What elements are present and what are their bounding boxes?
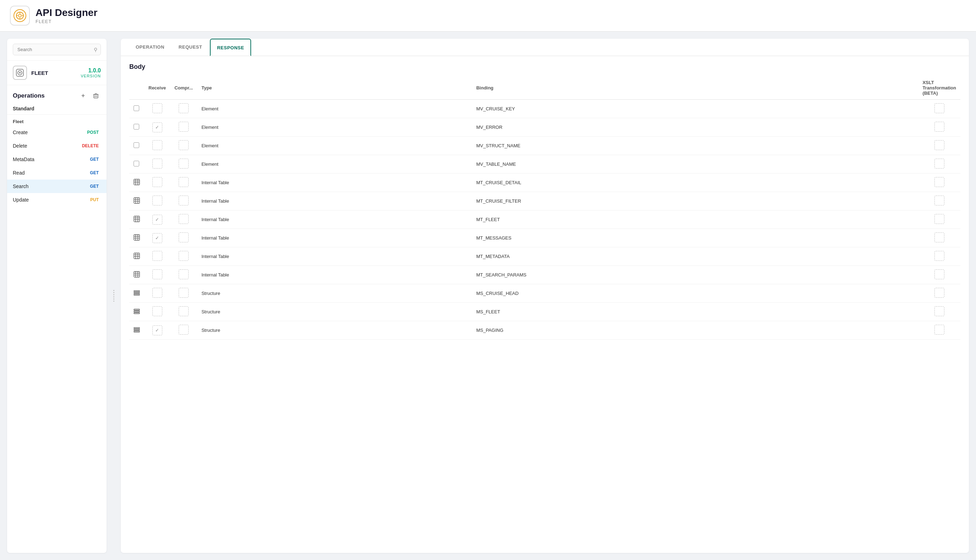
compress-box-5[interactable] [179, 195, 189, 205]
xslt-box-5[interactable] [934, 195, 944, 205]
compress-box-6[interactable] [179, 214, 189, 224]
compress-box-11[interactable] [179, 306, 189, 316]
compress-box-4[interactable] [179, 177, 189, 187]
receive-check-1[interactable]: ✓ [152, 122, 162, 132]
compress-box-8[interactable] [179, 251, 189, 261]
receive-box-0[interactable] [152, 103, 162, 113]
receive-cell-0[interactable] [144, 100, 170, 118]
receive-box-4[interactable] [152, 177, 162, 187]
receive-cell-1[interactable]: ✓ [144, 118, 170, 137]
xslt-cell-3[interactable] [918, 155, 960, 173]
receive-cell-9[interactable] [144, 266, 170, 284]
compress-cell-1[interactable] [170, 118, 197, 137]
receive-box-5[interactable] [152, 195, 162, 205]
xslt-cell-0[interactable] [918, 100, 960, 118]
receive-check-7[interactable]: ✓ [152, 233, 162, 243]
compress-box-0[interactable] [179, 103, 189, 113]
compress-cell-0[interactable] [170, 100, 197, 118]
xslt-box-3[interactable] [934, 158, 944, 168]
receive-box-10[interactable] [152, 288, 162, 298]
compress-cell-12[interactable] [170, 321, 197, 340]
compress-cell-9[interactable] [170, 266, 197, 284]
compress-cell-5[interactable] [170, 192, 197, 210]
receive-cell-3[interactable] [144, 155, 170, 173]
row-icon-3[interactable] [129, 155, 144, 173]
receive-cell-7[interactable]: ✓ [144, 229, 170, 247]
xslt-cell-10[interactable] [918, 284, 960, 303]
xslt-box-4[interactable] [934, 177, 944, 187]
op-item-metadata[interactable]: MetaData GET [7, 153, 107, 166]
op-item-read[interactable]: Read GET [7, 166, 107, 180]
receive-cell-10[interactable] [144, 284, 170, 303]
compress-cell-10[interactable] [170, 284, 197, 303]
receive-box-9[interactable] [152, 269, 162, 279]
checkbox-3[interactable] [134, 161, 139, 167]
receive-box-8[interactable] [152, 251, 162, 261]
compress-box-12[interactable] [179, 325, 189, 335]
row-icon-1[interactable] [129, 118, 144, 137]
receive-cell-12[interactable]: ✓ [144, 321, 170, 340]
receive-check-12[interactable]: ✓ [152, 325, 162, 335]
receive-cell-4[interactable] [144, 173, 170, 192]
compress-cell-3[interactable] [170, 155, 197, 173]
op-item-search[interactable]: Search GET [7, 180, 107, 193]
op-item-update[interactable]: Update PUT [7, 193, 107, 207]
compress-box-9[interactable] [179, 269, 189, 279]
xslt-box-9[interactable] [934, 269, 944, 279]
compress-cell-4[interactable] [170, 173, 197, 192]
xslt-cell-8[interactable] [918, 247, 960, 266]
xslt-cell-7[interactable] [918, 229, 960, 247]
table-icon-4 [134, 180, 140, 186]
xslt-cell-4[interactable] [918, 173, 960, 192]
tab-request[interactable]: REQUEST [172, 39, 209, 56]
compress-cell-7[interactable] [170, 229, 197, 247]
compress-box-7[interactable] [179, 232, 189, 242]
compress-box-10[interactable] [179, 288, 189, 298]
xslt-box-6[interactable] [934, 214, 944, 224]
xslt-box-7[interactable] [934, 232, 944, 242]
compress-cell-11[interactable] [170, 303, 197, 321]
tab-operation[interactable]: OPERATION [129, 39, 171, 56]
add-operation-button[interactable]: + [78, 91, 88, 101]
delete-operation-button[interactable] [91, 91, 101, 101]
xslt-box-2[interactable] [934, 140, 944, 150]
checkbox-1[interactable] [134, 124, 139, 130]
receive-box-11[interactable] [152, 306, 162, 316]
xslt-box-11[interactable] [934, 306, 944, 316]
row-icon-2[interactable] [129, 137, 144, 155]
tab-response[interactable]: RESPONSE [210, 39, 251, 56]
compress-cell-2[interactable] [170, 137, 197, 155]
receive-cell-2[interactable] [144, 137, 170, 155]
xslt-box-1[interactable] [934, 122, 944, 132]
op-item-create[interactable]: Create POST [7, 126, 107, 139]
xslt-cell-5[interactable] [918, 192, 960, 210]
receive-cell-8[interactable] [144, 247, 170, 266]
op-item-delete[interactable]: Delete DELETE [7, 139, 107, 153]
xslt-box-0[interactable] [934, 103, 944, 113]
search-input[interactable] [13, 43, 101, 55]
receive-cell-6[interactable]: ✓ [144, 210, 170, 229]
xslt-box-12[interactable] [934, 325, 944, 335]
compress-cell-8[interactable] [170, 247, 197, 266]
receive-cell-11[interactable] [144, 303, 170, 321]
xslt-cell-11[interactable] [918, 303, 960, 321]
receive-box-2[interactable] [152, 140, 162, 150]
checkbox-2[interactable] [134, 142, 139, 148]
xslt-cell-2[interactable] [918, 137, 960, 155]
xslt-cell-12[interactable] [918, 321, 960, 340]
resize-handle[interactable] [112, 39, 115, 553]
xslt-cell-6[interactable] [918, 210, 960, 229]
checkbox-0[interactable] [134, 105, 139, 111]
xslt-cell-1[interactable] [918, 118, 960, 137]
xslt-box-8[interactable] [934, 251, 944, 261]
receive-check-6[interactable]: ✓ [152, 215, 162, 225]
xslt-cell-9[interactable] [918, 266, 960, 284]
row-icon-0[interactable] [129, 100, 144, 118]
compress-cell-6[interactable] [170, 210, 197, 229]
receive-box-3[interactable] [152, 158, 162, 168]
compress-box-1[interactable] [179, 122, 189, 132]
xslt-box-10[interactable] [934, 288, 944, 298]
compress-box-2[interactable] [179, 140, 189, 150]
compress-box-3[interactable] [179, 158, 189, 168]
receive-cell-5[interactable] [144, 192, 170, 210]
